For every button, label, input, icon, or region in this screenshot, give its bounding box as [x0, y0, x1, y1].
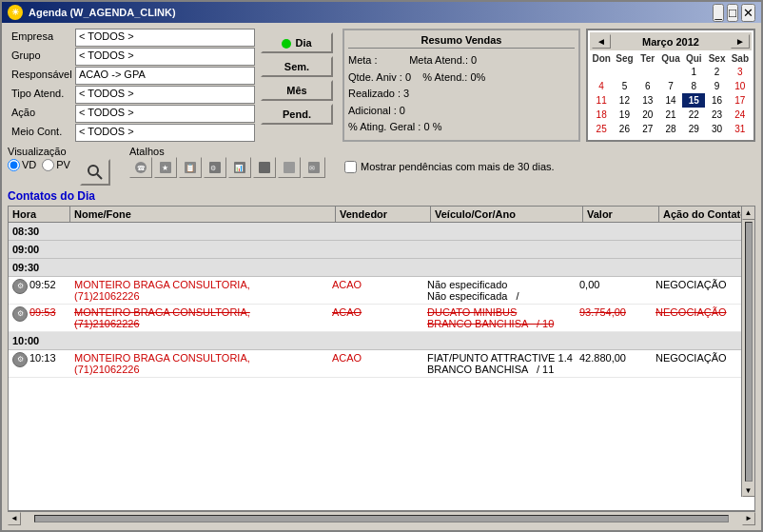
calendar-day[interactable]: 26 — [613, 122, 636, 136]
calendar-day[interactable]: 27 — [636, 122, 659, 136]
empresa-value[interactable]: < TODOS > — [75, 29, 255, 47]
atalho-btn-1[interactable]: ☎ — [129, 157, 152, 178]
calendar-day[interactable]: 19 — [613, 108, 636, 122]
atalho-btn-6[interactable] — [253, 157, 276, 178]
calendar-day[interactable]: 6 — [636, 79, 659, 93]
pend-button[interactable]: Pend. — [261, 104, 333, 125]
calendar-day[interactable]: 14 — [659, 93, 682, 108]
scroll-left-button[interactable]: ◄ — [8, 512, 21, 525]
radio-pv-label: PV — [56, 159, 70, 170]
calendar-day[interactable]: 11 — [590, 93, 613, 108]
calendar-day[interactable]: 5 — [613, 79, 636, 93]
acao-value[interactable]: < TODOS > — [75, 105, 255, 123]
contatos-section: Contatos do Dia Hora Nome/Fone Vendedor … — [8, 189, 755, 524]
radio-vd[interactable]: VD — [8, 159, 36, 171]
valor-0953: 93.754,00 — [579, 306, 655, 329]
data-row-0953[interactable]: ⚙ 09:53 MONTEIRO BRAGA CONSULTORIA,(71)2… — [9, 305, 754, 332]
hora-0952: 09:52 — [29, 279, 56, 290]
title-bar-controls: _ □ ✕ — [713, 4, 755, 22]
calendar-day[interactable]: 23 — [705, 108, 728, 122]
acao-label: Ação — [8, 105, 74, 123]
responsavel-value[interactable]: ACAO -> GPA — [75, 67, 255, 85]
tipo-atend-value[interactable]: < TODOS > — [75, 86, 255, 104]
radio-vd-input[interactable] — [8, 159, 20, 171]
vendedor-0953: ACAO — [332, 306, 427, 329]
atalhos-label: Atalhos — [129, 146, 325, 157]
atalho-btn-4[interactable]: ⚙ — [204, 157, 226, 178]
data-row-1013[interactable]: ⚙ 10:13 MONTEIRO BRAGA CONSULTORIA,(71)2… — [9, 350, 754, 378]
pct-ating-label: % Ating. Geral : — [348, 121, 421, 132]
scroll-up-button[interactable]: ▲ — [742, 207, 755, 220]
radio-pv-input[interactable] — [42, 159, 54, 171]
calendar-day[interactable]: 12 — [613, 93, 636, 108]
meta-label: Meta : — [348, 54, 378, 66]
calendar-day — [613, 65, 636, 79]
veiculo-1013: FIAT/PUNTO ATTRACTIVE 1.4BRANCO BANCHISA… — [427, 352, 579, 375]
mes-button[interactable]: Mês — [261, 80, 333, 101]
calendar-next-button[interactable]: ► — [731, 34, 750, 49]
meta-atend-value: 0 — [471, 54, 477, 66]
calendar-day[interactable]: 25 — [590, 122, 613, 136]
calendar-day[interactable]: 29 — [682, 122, 705, 136]
veiculo-0952: Não especificadoNão especificada / — [427, 279, 579, 302]
table-body: 08:30 09:00 09:30 — [9, 223, 754, 505]
maximize-button[interactable]: □ — [727, 4, 738, 22]
calendar-day[interactable]: 17 — [729, 93, 752, 108]
atalho-btn-7[interactable] — [278, 157, 301, 178]
calendar-day[interactable]: 9 — [705, 79, 728, 93]
calendar-day[interactable]: 22 — [682, 108, 705, 122]
calendar-day[interactable]: 30 — [705, 122, 728, 136]
atalho-btn-2[interactable]: ★ — [154, 157, 177, 178]
hora-0953: 09:53 — [29, 306, 56, 318]
atalho-btn-5[interactable]: 📊 — [228, 157, 251, 178]
sem-button[interactable]: Sem. — [261, 56, 333, 77]
dia-button[interactable]: Dia — [261, 32, 333, 53]
contacts-table: Hora Nome/Fone Vendedor Veículo/Cor/Ano … — [8, 206, 755, 511]
calendar-day[interactable]: 2 — [705, 65, 728, 79]
scroll-down-button[interactable]: ▼ — [742, 483, 755, 497]
atalho-btn-3[interactable]: 📋 — [179, 157, 202, 178]
calendar-day[interactable]: 7 — [659, 79, 682, 93]
calendar-day[interactable]: 16 — [705, 93, 728, 108]
calendar-month: Março 2012 — [642, 36, 699, 48]
minimize-button[interactable]: _ — [713, 4, 723, 22]
scroll-h-track — [34, 515, 729, 522]
grupo-value[interactable]: < TODOS > — [75, 48, 255, 66]
calendar-prev-button[interactable]: ◄ — [592, 34, 611, 49]
svg-text:☎: ☎ — [137, 165, 146, 171]
time-row-0830: 08:30 — [9, 223, 754, 241]
svg-text:📋: 📋 — [186, 163, 195, 172]
calendar-day[interactable]: 13 — [636, 93, 659, 108]
col-acao: Ação do Contato — [659, 207, 754, 222]
radio-pv[interactable]: PV — [42, 159, 70, 171]
calendar-day[interactable]: 24 — [729, 108, 752, 122]
pendencias-checkbox[interactable] — [344, 161, 357, 173]
calendar-day[interactable]: 21 — [659, 108, 682, 122]
scrollbar-horizontal[interactable]: ◄ ► — [8, 511, 755, 524]
calendar-day[interactable]: 20 — [636, 108, 659, 122]
acao-1013: NEGOCIAÇÃO — [655, 352, 751, 375]
close-button[interactable]: ✕ — [741, 4, 755, 22]
atalho-btn-8[interactable]: ✉ — [303, 157, 325, 178]
scrollbar-vertical[interactable]: ▲ ▼ — [741, 207, 754, 497]
calendar-day[interactable]: 31 — [729, 122, 752, 136]
calendar-day[interactable]: 4 — [590, 79, 613, 93]
scroll-right-button[interactable]: ► — [742, 512, 755, 525]
data-row-0952[interactable]: ⚙ 09:52 MONTEIRO BRAGA CONSULTORIA,(71)2… — [9, 277, 754, 305]
meio-cont-value[interactable]: < TODOS > — [75, 124, 255, 142]
calendar-day[interactable]: 28 — [659, 122, 682, 136]
svg-point-0 — [88, 166, 98, 175]
calendar-day[interactable]: 10 — [729, 79, 752, 93]
gear-icon-0953: ⚙ — [12, 306, 28, 322]
acao-0952: NEGOCIAÇÃO — [655, 279, 751, 302]
svg-rect-13 — [284, 162, 295, 173]
calendar-day[interactable]: 3 — [729, 65, 752, 79]
col-vendedor: Vendedor — [336, 207, 431, 222]
search-button[interactable] — [80, 159, 110, 186]
calendar-day[interactable]: 18 — [590, 108, 613, 122]
calendar-day[interactable]: 15 — [682, 93, 705, 108]
cal-day-header: Don — [590, 52, 613, 65]
nome-0953: MONTEIRO BRAGA CONSULTORIA,(71)21062226 — [74, 306, 332, 329]
calendar-day[interactable]: 1 — [682, 65, 705, 79]
calendar-day[interactable]: 8 — [682, 79, 705, 93]
